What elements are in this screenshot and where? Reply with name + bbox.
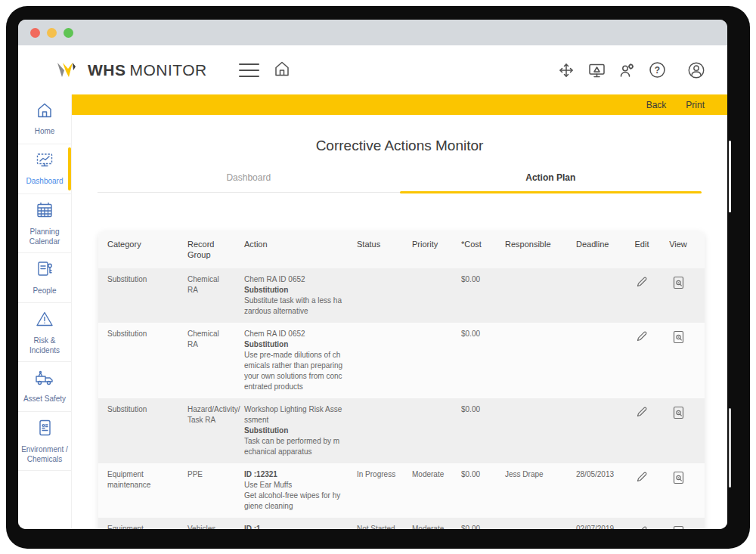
warning-icon [35, 309, 54, 332]
people-icon [35, 259, 54, 282]
table-header-row: CategoryRecord GroupActionStatusPriority… [98, 231, 705, 268]
sidebar-item-label: Environment / Chemicals [20, 445, 70, 464]
sidebar-item-people[interactable]: People [18, 253, 71, 303]
device-frame: WHSMONITOR [6, 6, 750, 549]
dashboard-icon [35, 151, 54, 172]
edit-icon[interactable] [636, 330, 648, 342]
cell-status [348, 268, 403, 280]
cell-status: Not Started [348, 518, 403, 529]
cell-category: Substitution [98, 268, 178, 291]
table-row: SubstitutionChemical RAChem RA ID 0652Su… [98, 323, 705, 398]
brand-mark-icon [56, 60, 82, 80]
cell-responsible [496, 398, 567, 410]
cell-responsible [496, 268, 567, 280]
cell-record-group: Chemical RA [178, 323, 235, 356]
cell-category: Substitution [98, 323, 178, 345]
action-line: Use pre-made dilutions of chemicals rath… [244, 350, 343, 392]
view-icon[interactable] [672, 330, 685, 344]
cell-cost: $0.00 [452, 268, 496, 291]
minimize-window-button[interactable] [47, 28, 57, 38]
action-line: ID :12321 [244, 469, 343, 480]
edit-icon[interactable] [636, 525, 648, 529]
cell-record-group: Vehicles [178, 518, 235, 529]
cell-cost: $0.00 [452, 518, 496, 529]
page-title: Corrective Actions Monitor [72, 138, 727, 154]
view-icon[interactable] [672, 406, 685, 419]
scrollbar-thumb[interactable] [729, 141, 731, 212]
cell-action: Chem RA ID 0652SubstitutionUse pre-made … [235, 323, 348, 398]
cell-deadline: 28/05/2013 [567, 463, 624, 486]
cell-priority: Moderate [403, 518, 452, 529]
cell-responsible [496, 518, 567, 529]
profile-icon[interactable] [686, 60, 706, 80]
cell-action: ID :1Holden Cruzereplace brales [235, 518, 348, 529]
close-window-button[interactable] [30, 28, 40, 38]
column-header-priority: Priority [403, 231, 452, 257]
sidebar-item-risk-incidents[interactable]: Risk & Incidents [18, 303, 71, 362]
action-line: Chem RA ID 0652 [244, 274, 343, 285]
sidebar-item-label: Risk & Incidents [20, 336, 70, 355]
column-header-status: Status [348, 231, 403, 257]
view-icon[interactable] [672, 525, 685, 529]
monitor-alert-icon[interactable] [587, 60, 606, 80]
sidebar-item-label: People [33, 286, 56, 296]
view-icon[interactable] [672, 276, 685, 289]
home-icon[interactable] [273, 60, 291, 81]
tab-bar: DashboardAction Plan [98, 166, 702, 193]
action-line: Workshop Lighting Risk Assessment [244, 404, 343, 426]
cell-category: Equipment maintenance [98, 463, 178, 497]
cell-priority [403, 323, 452, 335]
cell-responsible: Jess Drape [496, 463, 567, 486]
cell-status [348, 323, 403, 335]
cell-deadline: 02/07/2019 [567, 518, 624, 529]
zoom-window-button[interactable] [64, 28, 73, 38]
brand-whs: WHS [88, 61, 126, 79]
back-button[interactable]: Back [646, 100, 667, 110]
action-line: Substitution [244, 285, 343, 296]
table-body: SubstitutionChemical RAChem RA ID 0652Su… [98, 268, 705, 529]
brand-text: WHSMONITOR [88, 61, 207, 79]
edit-icon[interactable] [636, 471, 648, 483]
column-header-category: Category [98, 231, 178, 257]
cell-record-group: Hazard/Activity/ Task RA [178, 398, 235, 432]
sidebar-item-environment-chemicals[interactable]: Environment / Chemicals [18, 412, 71, 471]
action-line: Task can be performed by mechanical appa… [244, 436, 343, 457]
column-header-recordgroup: Record Group [178, 231, 235, 268]
action-line: Chem RA ID 0652 [244, 329, 343, 339]
action-line: Use Ear Muffs [244, 480, 343, 491]
table-row: SubstitutionHazard/Activity/ Task RAWork… [98, 398, 705, 463]
cell-status [348, 398, 403, 410]
edit-icon[interactable] [636, 406, 648, 418]
sidebar-item-label: Planning Calendar [20, 227, 70, 246]
print-button[interactable]: Print [686, 100, 705, 110]
help-icon[interactable]: ? [647, 60, 667, 80]
scrollbar-thumb[interactable] [729, 408, 731, 487]
menu-icon[interactable] [239, 59, 259, 82]
cell-deadline [567, 323, 624, 335]
table-row: SubstitutionChemical RAChem RA ID 0652Su… [98, 268, 705, 323]
tab-dashboard[interactable]: Dashboard [98, 166, 400, 192]
action-line: Substitute task with a less hazardous al… [244, 296, 343, 317]
move-icon[interactable] [556, 60, 576, 80]
tab-action-plan[interactable]: Action Plan [400, 166, 702, 192]
user-settings-icon[interactable] [617, 60, 637, 80]
actions-table-card: CategoryRecord GroupActionStatusPriority… [98, 231, 705, 529]
sidebar-item-planning-calendar[interactable]: Planning Calendar [18, 194, 71, 253]
cell-priority [403, 268, 452, 280]
header-icon-group: ? [556, 60, 706, 80]
cell-deadline [567, 268, 624, 280]
cell-deadline [567, 398, 624, 410]
edit-icon[interactable] [636, 276, 648, 288]
sidebar-item-dashboard[interactable]: Dashboard [18, 144, 71, 194]
sidebar-item-asset-safety[interactable]: Asset Safety [18, 362, 71, 412]
column-header-deadline: Deadline [567, 231, 624, 257]
screenshot-stage: WHSMONITOR [0, 0, 756, 554]
column-header-view: View [664, 231, 697, 257]
sidebar-item-label: Asset Safety [23, 395, 66, 404]
brand-monitor: MONITOR [130, 61, 207, 79]
action-line: ID :1 [244, 524, 343, 529]
cell-category: Substitution [98, 398, 178, 421]
sidebar-item-home[interactable]: Home [18, 94, 71, 144]
cell-action: ID :12321Use Ear MuffsGet alcohol-free w… [235, 463, 348, 518]
view-icon[interactable] [672, 471, 685, 484]
